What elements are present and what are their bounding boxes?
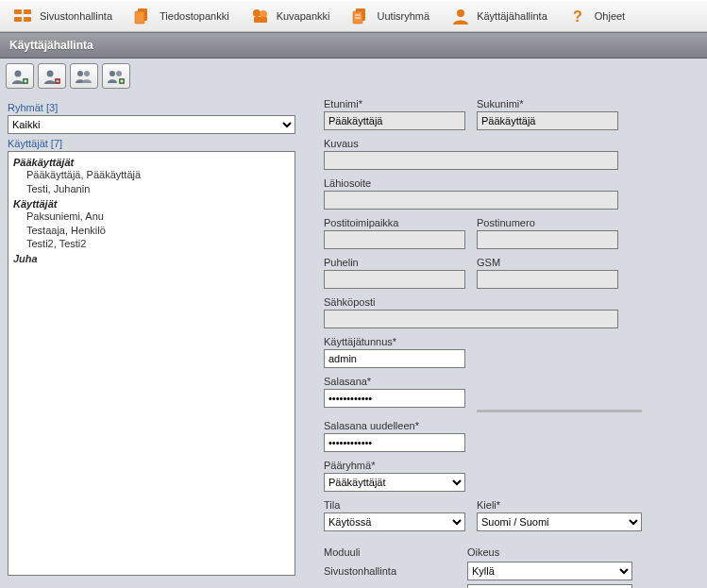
user-list[interactable]: Pääkäyttäjät Pääkäyttäjä, Pääkäyttäjä Te…: [8, 151, 295, 576]
gsm-label: GSM: [477, 257, 618, 268]
svg-point-7: [260, 10, 267, 18]
svg-rect-8: [254, 17, 267, 23]
svg-point-25: [116, 71, 122, 76]
nav-label: Käyttäjähallinta: [477, 10, 547, 22]
tila-select[interactable]: Käytössä: [324, 512, 465, 531]
permissions-section: Moduuli Oikeus Sivustonhallinta Kyllä Kä…: [324, 546, 690, 588]
salasana-label: Salasana*: [324, 376, 465, 387]
postitoimipaikka-label: Postitoimipaikka: [324, 217, 465, 228]
news-icon: [351, 8, 372, 25]
nav-label: Uutisryhmä: [378, 10, 430, 22]
postinumero-label: Postinumero: [477, 217, 618, 228]
perm-select-sivustonhallinta[interactable]: Kyllä: [467, 562, 632, 580]
svg-point-24: [109, 71, 115, 76]
svg-rect-1: [24, 9, 31, 14]
kayttajatunnus-label: Käyttäjätunnus*: [324, 336, 465, 347]
nav-label: Sivustonhallinta: [40, 10, 112, 22]
etunimi-field[interactable]: [324, 111, 465, 130]
right-header: Oikeus: [467, 546, 499, 558]
svg-text:?: ?: [573, 8, 582, 25]
site-admin-icon: [13, 8, 34, 25]
perm-select-kayttajahallinta[interactable]: Kyllä: [467, 584, 632, 588]
kieli-select[interactable]: Suomi / Suomi: [477, 512, 642, 531]
svg-point-22: [77, 71, 83, 76]
svg-point-6: [253, 9, 261, 17]
image-bank-icon: [250, 8, 271, 25]
nav-tiedostopankki[interactable]: Tiedostopankki: [124, 4, 239, 28]
nav-kuvapankki[interactable]: Kuvapankki: [241, 4, 340, 28]
svg-point-19: [47, 70, 54, 76]
nav-sivustonhallinta[interactable]: Sivustonhallinta: [4, 4, 122, 28]
list-group-header: Käyttäjät: [13, 198, 290, 210]
paaryhma-select[interactable]: Pääkäyttäjät: [324, 473, 465, 492]
kieli-label: Kieli*: [477, 499, 642, 511]
svg-point-23: [84, 71, 90, 76]
left-panel: Ryhmät [3] Kaikki Käyttäjät [7] Pääkäytt…: [8, 98, 295, 588]
help-icon: ?: [568, 8, 589, 25]
gsm-field[interactable]: [477, 270, 618, 289]
postinumero-field[interactable]: [477, 230, 618, 249]
nav-label: Tiedostopankki: [160, 10, 229, 22]
lahiosoite-field[interactable]: [324, 191, 618, 210]
puhelin-label: Puhelin: [324, 257, 465, 268]
list-item[interactable]: Paksuniemi, Anu: [13, 210, 290, 224]
main-area: Ryhmät [3] Kaikki Käyttäjät [7] Pääkäytt…: [0, 92, 707, 588]
groups-label: Ryhmät [3]: [8, 102, 295, 113]
files-icon: [133, 8, 154, 25]
list-group-header: Pääkäyttäjät: [13, 157, 290, 168]
users-label: Käyttäjät [7]: [8, 138, 295, 149]
salasana-field[interactable]: [324, 389, 465, 408]
svg-point-13: [457, 9, 464, 17]
tila-label: Tila: [324, 499, 465, 511]
sukunimi-field[interactable]: [477, 111, 618, 130]
salasana2-label: Salasana uudelleen*: [324, 420, 465, 431]
list-item[interactable]: Pääkäyttäjä, Pääkäyttäjä: [13, 168, 290, 182]
password-strength-bar: [477, 410, 642, 412]
users-icon: [450, 8, 471, 25]
list-item[interactable]: Testi2, Testi2: [13, 237, 290, 251]
user-form: Etunimi* Sukunimi* Kuvaus Lähiosoite Pos…: [324, 98, 699, 588]
list-group-header: Juha: [13, 253, 290, 264]
kayttajatunnus-field[interactable]: [324, 349, 465, 368]
svg-rect-0: [14, 9, 22, 14]
nav-ohjeet[interactable]: ? Ohjeet: [559, 4, 634, 28]
perm-label: Sivustonhallinta: [324, 565, 467, 577]
svg-rect-2: [14, 17, 22, 22]
module-header: Moduuli: [324, 546, 467, 558]
add-group-button[interactable]: [102, 63, 130, 89]
top-nav: Sivustonhallinta Tiedostopankki Kuvapank…: [0, 0, 707, 32]
sahkoposti-label: Sähköposti: [324, 296, 618, 308]
nav-uutisryhma[interactable]: Uutisryhmä: [342, 4, 440, 28]
nav-kayttajahallinta[interactable]: Käyttäjähallinta: [441, 4, 557, 28]
kuvaus-label: Kuvaus: [324, 138, 618, 149]
toolbar: [0, 59, 707, 92]
add-user-button[interactable]: [6, 63, 34, 89]
lahiosoite-label: Lähiosoite: [324, 177, 618, 189]
postitoimipaikka-field[interactable]: [324, 230, 465, 249]
sahkoposti-field[interactable]: [324, 310, 618, 328]
etunimi-label: Etunimi*: [324, 98, 465, 109]
groups-select[interactable]: Kaikki: [8, 115, 295, 134]
svg-rect-5: [135, 11, 144, 24]
svg-rect-3: [24, 17, 31, 22]
kuvaus-field[interactable]: [324, 151, 618, 170]
manage-groups-button[interactable]: [70, 63, 98, 89]
list-item[interactable]: Testi, Juhanin: [13, 182, 290, 196]
page-title: Käyttäjähallinta: [0, 32, 707, 59]
sukunimi-label: Sukunimi*: [477, 98, 618, 109]
puhelin-field[interactable]: [324, 270, 465, 289]
svg-point-15: [15, 70, 22, 76]
nav-label: Ohjeet: [595, 10, 625, 22]
list-item[interactable]: Testaaja, Henkilö: [13, 224, 290, 238]
salasana2-field[interactable]: [324, 433, 465, 452]
nav-label: Kuvapankki: [277, 10, 330, 22]
remove-user-button[interactable]: [38, 63, 66, 89]
paaryhma-label: Pääryhmä*: [324, 460, 465, 471]
